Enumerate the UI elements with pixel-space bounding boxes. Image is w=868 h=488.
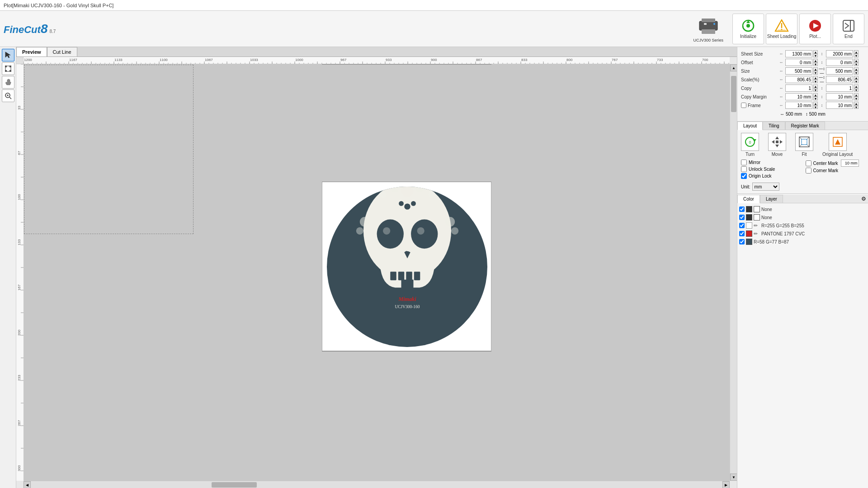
- scale-y-spin[interactable]: ▲ ▼: [854, 76, 859, 83]
- offset-x-spin[interactable]: ▲ ▼: [813, 59, 818, 66]
- size-h-spin[interactable]: ▲ ▼: [854, 67, 859, 75]
- logo-text: FineCut8: [4, 22, 47, 36]
- color-check-2[interactable]: [739, 223, 745, 228]
- copy-y-spin[interactable]: ▲ ▼: [854, 84, 859, 92]
- color-check-0[interactable]: [739, 206, 745, 212]
- copy-margin-x-spin[interactable]: ▲ ▼: [813, 93, 818, 100]
- copy-x-spin[interactable]: ▲ ▼: [813, 84, 818, 92]
- scroll-horizontal[interactable]: ◀ ▶: [24, 481, 730, 488]
- tab-layout[interactable]: Layout: [737, 122, 763, 130]
- copy-y[interactable]: 1: [826, 84, 853, 92]
- tab-preview[interactable]: Preview: [16, 47, 47, 56]
- node-tool[interactable]: [2, 62, 14, 75]
- unlock-scale-label: Unlock Scale: [749, 167, 775, 172]
- color-check-1[interactable]: [739, 215, 745, 220]
- tab-cut-line[interactable]: Cut Line: [47, 47, 77, 56]
- move-button[interactable]: Move: [768, 133, 786, 157]
- origin-lock-checkbox[interactable]: [741, 173, 747, 179]
- svg-marker-64: [835, 139, 840, 145]
- svg-rect-30: [398, 272, 404, 280]
- scroll-thumb-h[interactable]: [212, 482, 257, 488]
- svg-point-37: [428, 191, 435, 198]
- frame-x-spin[interactable]: ▲ ▼: [813, 102, 818, 109]
- mirror-checkbox[interactable]: [741, 160, 747, 165]
- initialize-button[interactable]: Initialize: [732, 14, 764, 44]
- color-name-2: R=255 G=255 B=255: [761, 223, 866, 228]
- right-panel: Sheet Size ↔ 1300 mm ▲ ▼ ↕ 2000 mm ▲ ▼: [737, 47, 868, 488]
- size-w[interactable]: 500 mm: [785, 67, 812, 75]
- fit-button[interactable]: Fit: [795, 133, 813, 157]
- svg-point-7: [746, 24, 750, 28]
- scroll-left-button[interactable]: ◀: [24, 481, 31, 488]
- frame-y[interactable]: 10 mm: [826, 102, 853, 109]
- zoom-tool[interactable]: [2, 89, 14, 102]
- frame-y-spin[interactable]: ▲ ▼: [854, 102, 859, 109]
- turn-button[interactable]: 0 Turn: [741, 133, 759, 157]
- scale-x[interactable]: 806.45: [785, 76, 812, 83]
- size-w-spin[interactable]: ▲ ▼: [813, 67, 818, 75]
- logo-version: 8.7: [49, 29, 56, 34]
- move-icon: [768, 133, 786, 151]
- copy-x[interactable]: 1: [785, 84, 812, 92]
- scroll-right-button[interactable]: ▶: [722, 481, 730, 488]
- unlock-scale-checkbox[interactable]: [741, 166, 747, 172]
- sheet-size-h-spin[interactable]: ▲ ▼: [854, 50, 859, 57]
- sheet-size-h-up[interactable]: ▲: [854, 50, 859, 54]
- copy-margin-y[interactable]: 10 mm: [826, 93, 853, 100]
- sheet-size-h[interactable]: 2000 mm: [826, 50, 853, 57]
- sheet-size-w[interactable]: 1300 mm: [785, 50, 812, 57]
- color-check-3[interactable]: [739, 231, 745, 236]
- color-swatch-3: [746, 230, 752, 237]
- origin-lock-label: Origin Lock: [749, 174, 772, 178]
- center-mark-checkbox[interactable]: [806, 160, 811, 166]
- scroll-thumb-v[interactable]: [731, 76, 736, 112]
- size-h[interactable]: 500 mm: [826, 67, 853, 75]
- frame-x[interactable]: 10 mm: [785, 102, 812, 109]
- zoom-icon: [5, 92, 12, 99]
- svg-rect-31: [406, 272, 412, 280]
- canvas-inner[interactable]: ▲ ▼ ◀ ▶: [16, 57, 737, 488]
- scroll-down-button[interactable]: ▼: [730, 474, 737, 481]
- original-layout-icon: [829, 133, 847, 151]
- sheet-loading-button[interactable]: Sheet Loading: [766, 14, 797, 44]
- frame-checkbox[interactable]: [741, 103, 746, 108]
- hand-tool[interactable]: [2, 76, 14, 89]
- offset-x[interactable]: 0 mm: [785, 59, 812, 66]
- svg-point-41: [451, 227, 458, 235]
- sheet-size-h-down[interactable]: ▼: [854, 54, 859, 57]
- hand-icon: [5, 79, 12, 86]
- svg-point-39: [356, 227, 363, 235]
- scroll-up-button[interactable]: ▲: [730, 64, 737, 71]
- select-tool[interactable]: [2, 49, 14, 61]
- color-check-4[interactable]: [739, 239, 745, 244]
- scale-x-spin[interactable]: ▲ ▼: [813, 76, 818, 83]
- plot-button[interactable]: Plot...: [799, 14, 831, 44]
- corner-mark-checkbox[interactable]: [806, 168, 811, 174]
- svg-rect-0: [699, 21, 717, 30]
- tab-color[interactable]: Color: [737, 195, 760, 203]
- scale-y[interactable]: 806.45: [826, 76, 853, 83]
- original-layout-button[interactable]: Original Layout: [822, 133, 853, 157]
- copy-margin-x[interactable]: 10 mm: [785, 93, 812, 100]
- svg-marker-54: [772, 140, 774, 144]
- tab-register-mark[interactable]: Register Mark: [785, 122, 825, 130]
- sheet-size-w-up[interactable]: ▲: [813, 50, 818, 54]
- scroll-vertical[interactable]: ▲ ▼: [730, 64, 737, 481]
- size-row: Size ↔ 500 mm ▲ ▼ —↕— 500 mm ▲ ▼: [741, 67, 864, 75]
- offset-y[interactable]: 0 mm: [826, 59, 853, 66]
- ruler-vertical: [16, 64, 24, 481]
- end-button[interactable]: End: [833, 14, 864, 44]
- copy-margin-y-spin[interactable]: ▲ ▼: [854, 93, 859, 100]
- center-mark-value[interactable]: 10 mm: [841, 160, 859, 167]
- offset-y-spin[interactable]: ▲ ▼: [854, 59, 859, 66]
- canvas-work[interactable]: Mimaki UCJV300-160: [24, 64, 730, 481]
- unit-select[interactable]: mm: [752, 183, 779, 191]
- tab-layer[interactable]: Layer: [760, 195, 783, 203]
- corner-mark-label: Corner Mark: [813, 168, 839, 173]
- color-layer-tabs: Color Layer ⚙: [737, 195, 868, 203]
- sheet-size-w-spin[interactable]: ▲ ▼: [813, 50, 818, 57]
- tab-tiling[interactable]: Tiling: [763, 122, 785, 130]
- settings-icon[interactable]: ⚙: [861, 196, 866, 202]
- sheet-size-w-down[interactable]: ▼: [813, 54, 818, 57]
- sheet-loading-label: Sheet Loading: [767, 34, 797, 39]
